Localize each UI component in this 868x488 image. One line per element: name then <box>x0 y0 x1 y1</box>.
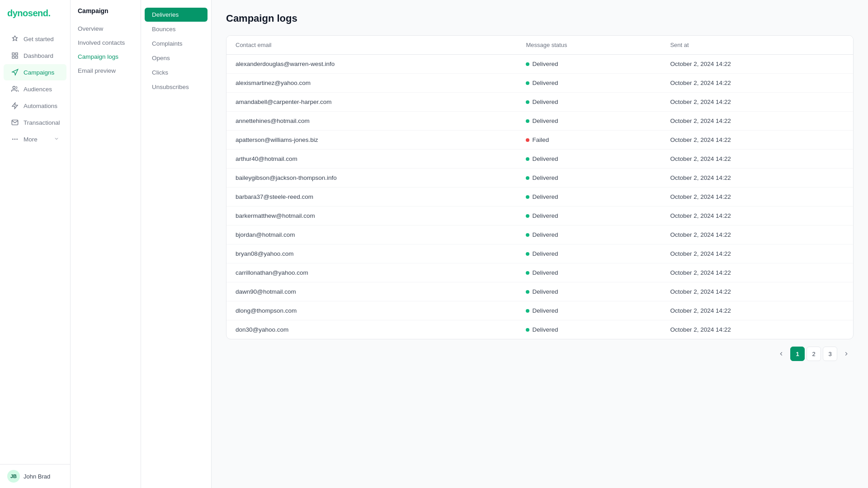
sidebar-item-campaigns[interactable]: Campaigns <box>4 64 66 80</box>
cell-email: arthur40@hotmail.com <box>226 150 517 169</box>
sidebar: dynosend. Get started Dashboard Campaign… <box>0 0 71 488</box>
sub-nav-email-preview[interactable]: Email preview <box>71 64 141 78</box>
status-dot <box>526 309 529 313</box>
status-text: Delivered <box>532 269 558 276</box>
status-text: Delivered <box>532 193 558 200</box>
sub-nav-overview[interactable]: Overview <box>71 22 141 36</box>
sidebar-item-automations[interactable]: Automations <box>4 98 66 114</box>
sub-nav-involved-contacts[interactable]: Involved contacts <box>71 36 141 50</box>
cell-sent-at: October 2, 2024 14:22 <box>661 206 853 225</box>
table-row: baileygibson@jackson-thompson.info Deliv… <box>226 169 853 188</box>
status-dot <box>526 138 529 142</box>
cell-sent-at: October 2, 2024 14:22 <box>661 169 853 188</box>
sub-sidebar-title: Campaign <box>71 7 141 22</box>
cell-sent-at: October 2, 2024 14:22 <box>661 55 853 74</box>
svg-point-6 <box>14 139 15 139</box>
avatar: JB <box>7 470 20 483</box>
table-row: apatterson@williams-jones.biz Failed Oct… <box>226 131 853 150</box>
status-dot <box>526 100 529 104</box>
svg-point-8 <box>13 139 13 139</box>
table-row: bryan08@yahoo.com Delivered October 2, 2… <box>226 244 853 263</box>
sidebar-item-audiences[interactable]: Audiences <box>4 81 66 97</box>
rocket-icon <box>11 35 19 43</box>
cell-email: alexismartinez@yahoo.com <box>226 74 517 93</box>
cell-status: Delivered <box>517 301 661 320</box>
status-dot <box>526 252 529 256</box>
filter-complaints[interactable]: Complaints <box>145 37 208 51</box>
sidebar-item-transactional[interactable]: Transactional <box>4 114 66 131</box>
cell-email: dawn90@hotmail.com <box>226 282 517 301</box>
cell-sent-at: October 2, 2024 14:22 <box>661 282 853 301</box>
cell-sent-at: October 2, 2024 14:22 <box>661 150 853 169</box>
users-icon <box>11 85 19 93</box>
cell-sent-at: October 2, 2024 14:22 <box>661 188 853 206</box>
logo: dynosend. <box>0 0 70 27</box>
sidebar-item-label: Dashboard <box>24 52 53 59</box>
status-text: Delivered <box>532 174 558 181</box>
page-1-button[interactable]: 1 <box>790 347 805 361</box>
status-text: Delivered <box>532 61 558 67</box>
cell-status: Delivered <box>517 244 661 263</box>
cell-status: Delivered <box>517 225 661 244</box>
cell-status: Delivered <box>517 206 661 225</box>
status-text: Delivered <box>532 326 558 333</box>
sidebar-item-dashboard[interactable]: Dashboard <box>4 47 66 64</box>
table-row: annettehines@hotmail.com Delivered Octob… <box>226 112 853 131</box>
sidebar-item-more[interactable]: More <box>4 131 66 147</box>
main-nav: Get started Dashboard Campaigns Audience… <box>0 27 70 464</box>
table-row: dawn90@hotmail.com Delivered October 2, … <box>226 282 853 301</box>
cell-email: don30@yahoo.com <box>226 320 517 339</box>
page-2-button[interactable]: 2 <box>807 347 821 361</box>
cell-sent-at: October 2, 2024 14:22 <box>661 93 853 112</box>
cell-email: bjordan@hotmail.com <box>226 225 517 244</box>
cell-sent-at: October 2, 2024 14:22 <box>661 301 853 320</box>
filter-opens[interactable]: Opens <box>145 51 208 65</box>
status-text: Delivered <box>532 117 558 124</box>
filter-unsubscribes[interactable]: Unsubscribes <box>145 80 208 94</box>
status-text: Delivered <box>532 250 558 257</box>
status-dot <box>526 195 529 199</box>
status-dot <box>526 271 529 275</box>
cell-sent-at: October 2, 2024 14:22 <box>661 74 853 93</box>
megaphone-icon <box>11 68 19 76</box>
cell-sent-at: October 2, 2024 14:22 <box>661 263 853 282</box>
filter-bounces[interactable]: Bounces <box>145 22 208 36</box>
status-text: Delivered <box>532 307 558 314</box>
grid-icon <box>11 52 19 60</box>
filter-deliveries[interactable]: Deliveries <box>145 8 208 22</box>
logs-table: Contact email Message status Sent at ale… <box>226 36 853 339</box>
svg-point-4 <box>13 86 15 89</box>
status-text: Delivered <box>532 231 558 238</box>
filter-clicks[interactable]: Clicks <box>145 66 208 80</box>
user-profile[interactable]: JB John Brad <box>0 464 70 488</box>
chevron-down-icon <box>54 136 59 143</box>
table-row: dlong@thompson.com Delivered October 2, … <box>226 301 853 320</box>
cell-email: dlong@thompson.com <box>226 301 517 320</box>
status-dot <box>526 62 529 66</box>
svg-marker-5 <box>12 103 18 108</box>
status-dot <box>526 119 529 123</box>
prev-page-button[interactable] <box>774 347 788 361</box>
sub-nav-campaign-logs[interactable]: Campaign logs <box>71 50 141 64</box>
status-dot <box>526 157 529 161</box>
campaign-sub-sidebar: Campaign Overview Involved contacts Camp… <box>71 0 141 488</box>
cell-email: carrillonathan@yahoo.com <box>226 263 517 282</box>
log-filter-panel: Deliveries Bounces Complaints Opens Clic… <box>141 0 212 488</box>
table-row: alexismartinez@yahoo.com Delivered Octob… <box>226 74 853 93</box>
cell-email: apatterson@williams-jones.biz <box>226 131 517 150</box>
cell-email: amandabell@carpenter-harper.com <box>226 93 517 112</box>
next-page-button[interactable] <box>839 347 854 361</box>
sidebar-item-label: Audiences <box>24 86 52 93</box>
sidebar-item-label: Campaigns <box>24 69 54 76</box>
zap-icon <box>11 102 19 110</box>
status-dot <box>526 233 529 237</box>
cell-email: bryan08@yahoo.com <box>226 244 517 263</box>
sidebar-item-get-started[interactable]: Get started <box>4 31 66 47</box>
status-text: Delivered <box>532 99 558 105</box>
cell-status: Delivered <box>517 55 661 74</box>
svg-rect-2 <box>12 56 14 58</box>
logs-table-container: Contact email Message status Sent at ale… <box>226 35 854 339</box>
page-3-button[interactable]: 3 <box>823 347 837 361</box>
table-row: arthur40@hotmail.com Delivered October 2… <box>226 150 853 169</box>
svg-rect-0 <box>12 53 14 55</box>
